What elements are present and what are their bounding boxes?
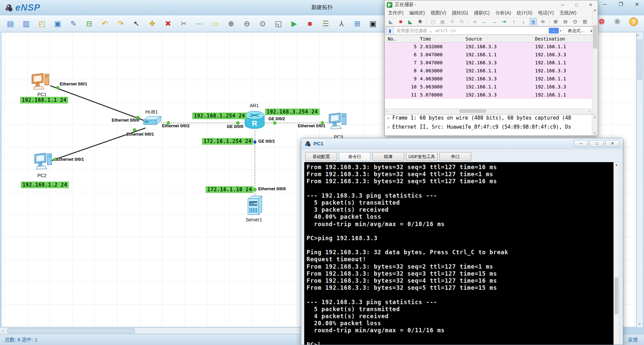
find-packet-icon[interactable]: ○ — [471, 18, 478, 25]
colorize-icon[interactable]: ≋ — [539, 18, 546, 25]
packet-row[interactable]: 84.063000192.168.1.1192.168.3.3 — [385, 67, 597, 75]
packet-list-header[interactable]: No.TimeSourceDestination — [385, 35, 597, 43]
topology-branch-icon[interactable]: ⅄ — [336, 18, 346, 29]
pc1-terminal[interactable]: From 192.168.3.3: bytes=32 seq=3 ttl=127… — [304, 162, 613, 345]
terminal-vscrollbar[interactable]: ▲ — [613, 162, 620, 345]
scroll-up-icon[interactable]: ˄ — [637, 33, 639, 38]
cursor-icon[interactable]: ↖ — [131, 18, 142, 29]
canvas-vscroll-thumb[interactable] — [637, 40, 642, 80]
zoom-out-icon[interactable]: ⊖ — [562, 18, 569, 25]
feedback-link[interactable]: 反馈 — [628, 337, 638, 343]
filter-apply-icon[interactable]: → — [549, 28, 559, 33]
zoom-100-icon[interactable]: ⊙ — [572, 18, 579, 25]
tab-串口[interactable]: 串口 — [439, 152, 471, 161]
expander-icon[interactable]: > — [387, 116, 390, 121]
delete-icon[interactable]: ✖ — [163, 18, 173, 29]
detail-line[interactable]: >Frame 1: 60 bytes on wire (480 bits), 6… — [385, 115, 597, 124]
tab-UDP发包工具[interactable]: UDP发包工具 — [406, 152, 438, 161]
ensp-minimize-button[interactable]: ─ — [600, 1, 609, 7]
packet-row[interactable]: 52.032000192.168.3.3192.168.1.1 — [385, 43, 597, 51]
menu-item-8[interactable]: 无线(W) — [559, 10, 577, 16]
open-icon[interactable]: ◰ — [37, 18, 47, 29]
menu-item-2[interactable]: 视图(V) — [431, 10, 446, 16]
packet-list-scroll-left-icon[interactable]: ‹ — [386, 109, 387, 113]
goto-packet-icon[interactable]: ⇥ — [500, 18, 507, 25]
start-capture-icon[interactable]: ◣ — [387, 18, 394, 25]
capture-options-icon[interactable]: ✺ — [417, 18, 424, 25]
menu-item-1[interactable]: 编辑(E) — [409, 10, 425, 16]
scroll-left-icon[interactable]: ‹ — [0, 328, 6, 334]
expression-button[interactable]: 表达式… — [563, 28, 589, 34]
details-scroll-up-icon[interactable]: ∧ — [592, 116, 597, 119]
packet-list-hscrollbar[interactable]: ‹ › — [385, 108, 591, 114]
pan-icon[interactable]: ✥ — [147, 18, 157, 29]
capture-data-icon[interactable]: ☰ — [321, 18, 331, 29]
tab-命令行[interactable]: 命令行 — [339, 152, 371, 161]
new-exam-icon[interactable]: ▥ — [21, 18, 31, 29]
expander-icon[interactable]: > — [387, 125, 390, 130]
column-header-time[interactable]: Time — [420, 36, 431, 42]
ws-minimize-button[interactable]: ─ — [555, 1, 570, 9]
menu-item-7[interactable]: 电话(Y) — [538, 10, 554, 16]
packet-row[interactable]: 63.047000192.168.1.1192.168.3.3 — [385, 51, 597, 59]
last-packet-icon[interactable]: ↓ — [520, 18, 527, 25]
detail-line[interactable]: >Ethernet II, Src: HuaweiTe_8f:4f:c9 (54… — [385, 124, 597, 133]
autoscroll-icon[interactable]: ≣ — [530, 18, 537, 25]
save-file-icon[interactable]: ▣ — [439, 18, 446, 25]
ensp-close-button[interactable]: ✕ — [633, 1, 641, 7]
stop-capture-icon[interactable]: ■ — [397, 18, 404, 25]
terminal-scroll-up-icon[interactable]: ▲ — [614, 163, 619, 166]
resize-columns-icon[interactable]: ⊞ — [581, 18, 588, 25]
first-packet-icon[interactable]: ↑ — [510, 18, 517, 25]
settings-gear-icon[interactable]: ✺ — [614, 17, 621, 26]
start-device-icon[interactable]: ▶ — [289, 18, 299, 29]
filter-bookmark-icon[interactable]: ▮ — [386, 27, 394, 34]
redo-icon[interactable]: ↷ — [116, 18, 126, 29]
pc-close-button[interactable]: ✕ — [605, 140, 620, 147]
fit-screen-icon[interactable]: ◱ — [273, 18, 283, 29]
console-icon[interactable]: ▣ — [368, 18, 378, 29]
column-header-source[interactable]: Source — [466, 36, 482, 42]
packet-list-scroll-right-icon[interactable]: › — [589, 109, 590, 113]
zoom-in-icon[interactable]: ⊕ — [552, 18, 559, 25]
save-as-icon[interactable]: ✎ — [68, 18, 78, 29]
details-vscrollbar[interactable]: ∧ ∨ — [592, 115, 597, 135]
filter-input[interactable]: 应用显示过滤器 … <Ctrl-/> — [396, 28, 549, 34]
menu-item-6[interactable]: 统计(S) — [517, 10, 533, 16]
shape-icon[interactable]: ▭ — [210, 18, 220, 29]
details-scroll-down-icon[interactable]: ∨ — [592, 131, 597, 135]
packet-list-hscroll-thumb[interactable] — [459, 109, 486, 113]
tab-组播[interactable]: 组播 — [372, 152, 404, 161]
ensp-restore-button[interactable]: ❐ — [616, 1, 625, 7]
packet-row[interactable]: 73.047000192.168.3.3192.168.1.1 — [385, 59, 597, 67]
packet-row[interactable]: 94.063000192.168.3.3192.168.1.1 — [385, 75, 597, 83]
menu-item-5[interactable]: 分析(A) — [495, 10, 511, 16]
previous-packet-icon[interactable]: ← — [481, 18, 488, 25]
delete-link-icon[interactable]: ✂ — [179, 18, 189, 29]
zoom-reset-icon[interactable]: ⊙ — [258, 18, 268, 29]
undo-icon[interactable]: ↶ — [100, 18, 110, 29]
packet-list-scroll-up-icon[interactable]: ▲ — [592, 8, 598, 12]
wireshark-filter-bar[interactable]: ▮ 应用显示过滤器 … <Ctrl-/> → ▾ 表达式… + — [386, 26, 597, 35]
scroll-down-icon[interactable]: ˅ — [637, 321, 643, 327]
menu-item-0[interactable]: 文件(F) — [388, 10, 404, 16]
reload-icon[interactable]: ↻ — [459, 18, 466, 25]
column-header-no[interactable]: No. — [388, 36, 396, 42]
canvas-hscroll-thumb[interactable] — [7, 328, 135, 333]
filter-dropdown-icon[interactable]: ▾ — [560, 29, 561, 32]
canvas-horizontal-scrollbar[interactable]: ‹ — [0, 327, 301, 334]
close-file-icon[interactable]: ✕ — [449, 18, 456, 25]
zoom-in-icon[interactable]: ⊕ — [226, 18, 236, 29]
pc1-titlebar[interactable]: PC1 ─□✕ — [301, 138, 623, 149]
ports-table-icon[interactable]: ⊞ — [352, 18, 362, 29]
stop-device-icon[interactable]: ■ — [305, 18, 315, 29]
next-packet-icon[interactable]: → — [491, 18, 498, 25]
new-topology-icon[interactable]: ▤ — [5, 18, 15, 29]
wireshark-titlebar[interactable]: 正在捕获 - ─□✕ — [385, 0, 598, 9]
open-file-icon[interactable]: ◰ — [429, 18, 436, 25]
packet-row[interactable]: 105.063000192.168.1.1192.168.3.3 — [385, 83, 597, 91]
pc-maximize-button[interactable]: □ — [590, 140, 604, 147]
canvas-vertical-scrollbar[interactable]: ˄ ˅ — [636, 32, 643, 327]
packet-row[interactable]: 115.078000192.168.3.3192.168.1.1 — [385, 91, 597, 99]
ws-maximize-button[interactable]: □ — [570, 1, 584, 9]
